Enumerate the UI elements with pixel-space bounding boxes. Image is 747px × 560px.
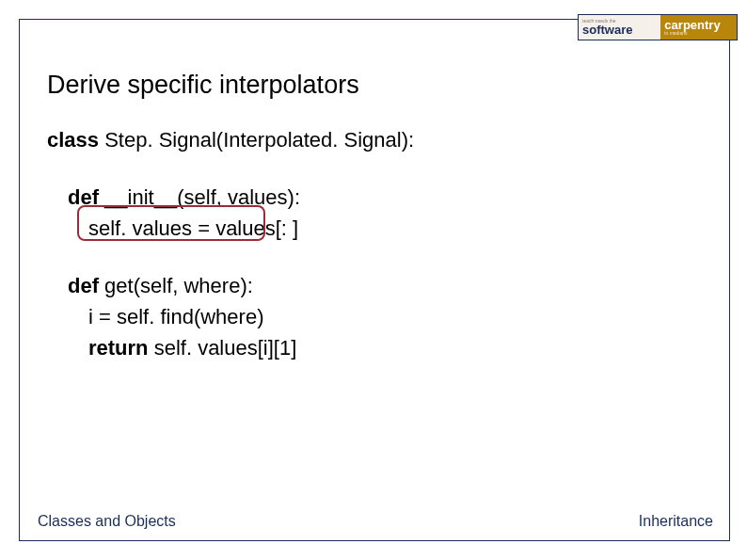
- footer-right: Inheritance: [639, 513, 713, 530]
- code-line-return: return self. values[i][1]: [47, 332, 700, 363]
- logo-word-software: software: [582, 24, 660, 36]
- slide-title: Derive specific interpolators: [47, 71, 700, 100]
- code-line-class: class Step. Signal(Interpolated. Signal)…: [47, 124, 700, 155]
- footer-left: Classes and Objects: [38, 513, 176, 530]
- keyword-class: class: [47, 128, 99, 152]
- code-line-find: i = self. find(where): [47, 301, 700, 332]
- code-line-get: def get(self, where):: [47, 270, 700, 301]
- code-text: self. values[i][1]: [149, 336, 297, 360]
- keyword-def: def: [68, 274, 99, 297]
- logo-left: teach needs the software: [579, 15, 660, 40]
- code-text: i = self. find(where): [88, 305, 263, 328]
- keyword-return: return: [88, 336, 149, 360]
- keyword-def: def: [68, 185, 99, 209]
- code-block: class Step. Signal(Interpolated. Signal)…: [47, 124, 700, 363]
- logo-tagline-bottom: in medians: [664, 31, 737, 36]
- logo-badge: teach needs the software carpentry in me…: [578, 14, 738, 40]
- code-text: Step. Signal(Interpolated. Signal):: [99, 128, 414, 152]
- code-text: self. values = values[: ]: [88, 216, 298, 240]
- code-line-init: def __init__(self, values):: [47, 182, 700, 213]
- code-text: get(self, where):: [99, 274, 253, 297]
- code-text: __init__(self, values):: [99, 185, 300, 209]
- logo-right: carpentry in medians: [660, 15, 737, 40]
- slide-content: Derive specific interpolators class Step…: [47, 71, 700, 363]
- code-line-assign: self. values = values[: ]: [47, 213, 700, 244]
